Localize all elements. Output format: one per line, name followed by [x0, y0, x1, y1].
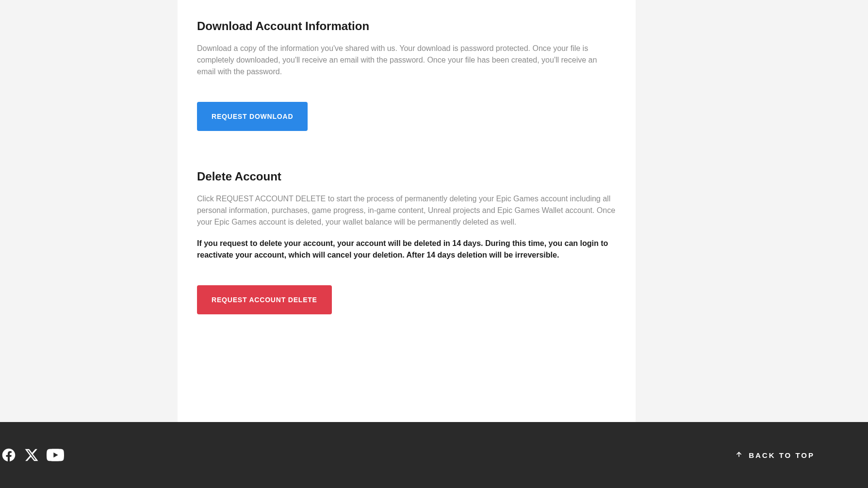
- download-section: Download Account Information Download a …: [197, 19, 616, 131]
- x-twitter-icon[interactable]: [24, 448, 39, 462]
- delete-section-heading: Delete Account: [197, 170, 616, 183]
- back-to-top-label: BACK TO TOP: [749, 451, 815, 459]
- delete-section-warning: If you request to delete your account, y…: [197, 238, 616, 261]
- request-account-delete-button[interactable]: REQUEST ACCOUNT DELETE: [197, 285, 332, 314]
- youtube-icon[interactable]: [47, 446, 64, 464]
- facebook-icon[interactable]: [1, 447, 16, 463]
- delete-section: Delete Account Click REQUEST ACCOUNT DEL…: [197, 170, 616, 314]
- footer: BACK TO TOP: [0, 422, 868, 488]
- request-download-button[interactable]: REQUEST DOWNLOAD: [197, 102, 308, 131]
- arrow-up-icon: [735, 451, 743, 460]
- download-section-heading: Download Account Information: [197, 19, 616, 33]
- footer-social-links: [0, 446, 64, 464]
- back-to-top-button[interactable]: BACK TO TOP: [735, 451, 868, 460]
- page-container: Download Account Information Download a …: [0, 0, 868, 422]
- delete-section-description: Click REQUEST ACCOUNT DELETE to start th…: [197, 193, 616, 228]
- download-section-description: Download a copy of the information you'v…: [197, 43, 616, 78]
- content-card: Download Account Information Download a …: [178, 0, 636, 422]
